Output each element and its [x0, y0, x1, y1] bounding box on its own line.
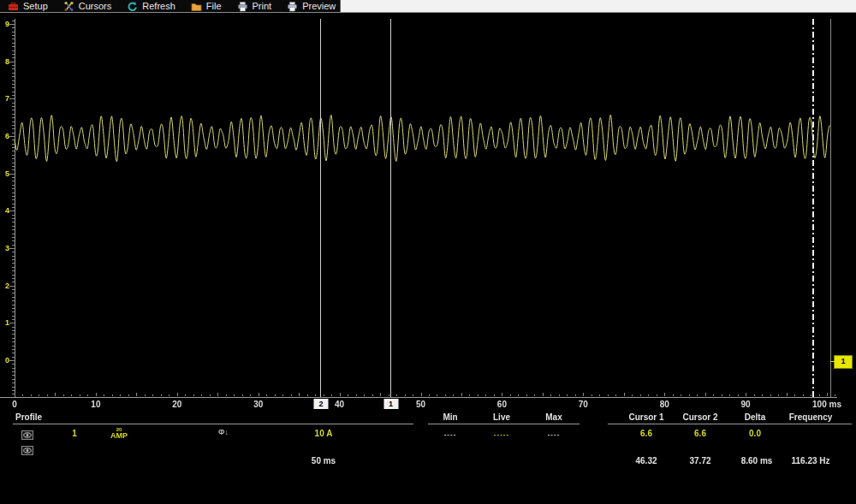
print-icon	[237, 1, 248, 12]
cursor-1-handle[interactable]: 1	[383, 399, 398, 409]
timebase-value: 50 ms	[312, 456, 336, 465]
x-axis-tick-label: 0	[12, 400, 17, 409]
refresh-icon	[127, 1, 138, 12]
cursor2-header: Cursor 2	[682, 412, 717, 422]
x-axis-tick-label: 60	[497, 400, 507, 409]
y-axis-tick-label: 0	[0, 356, 9, 365]
max-value: ----	[548, 430, 561, 438]
x-axis-tick-label: 90	[741, 400, 751, 409]
transport-bar: 00:02:057 x2	[0, 469, 856, 504]
live-value: -----	[494, 430, 509, 438]
y-axis-tick-label: 4	[0, 206, 9, 215]
cursors-button-label: Cursors	[79, 0, 112, 12]
x-axis-tick-label: 70	[579, 400, 588, 409]
setup-icon	[8, 1, 19, 12]
y-axis-tick-label: 2	[0, 282, 9, 290]
print-preview-icon	[287, 1, 298, 12]
channel-scale-value: 10 A	[315, 429, 333, 438]
cursor1-time-value: 46.32	[635, 456, 657, 465]
delta-header: Delta	[745, 412, 765, 422]
waveform-plot	[0, 0, 856, 504]
cursor2-time-value: 37.72	[689, 456, 710, 465]
x-axis-tick-label: 20	[172, 400, 181, 409]
x-axis-tick-label: 80	[660, 400, 669, 409]
channel-2-visibility-icon[interactable]	[21, 443, 33, 453]
cursor-1-line[interactable]	[390, 19, 391, 397]
refresh-button-label: Refresh	[142, 0, 175, 12]
channel-1-visibility-icon[interactable]	[21, 428, 33, 437]
x-axis-tick-label: 30	[253, 400, 263, 409]
x-axis-tick-label: 50	[416, 400, 425, 409]
probe-badge-bottom: AMP	[110, 432, 128, 439]
print-button[interactable]: Print	[229, 0, 280, 12]
divider	[428, 424, 580, 424]
frequency-value: 116.23 Hz	[791, 456, 829, 465]
top-ruler	[0, 13, 856, 19]
y-axis-tick-label: 7	[0, 94, 9, 103]
delta-live-value: 0.0	[749, 429, 761, 438]
frequency-header: Frequency	[789, 412, 833, 422]
channel-number: 1	[72, 429, 77, 438]
profile-header: Profile	[15, 412, 42, 422]
max-header: Max	[545, 412, 562, 422]
cursor-2-handle[interactable]: 2	[313, 399, 328, 409]
y-axis-tick-label: 5	[0, 169, 9, 178]
phase-invert-icon[interactable]: Φ↓	[218, 428, 229, 436]
setup-button-label: Setup	[23, 0, 48, 12]
probe-type-badge: 20 AMP	[110, 427, 128, 439]
delta-time-value: 8.60 ms	[741, 456, 773, 465]
y-axis-tick-label: 8	[0, 57, 9, 66]
cursor2-live-value: 6.6	[694, 429, 706, 438]
min-header: Min	[443, 412, 457, 422]
live-header: Live	[493, 412, 510, 422]
print-button-label: Print	[253, 0, 272, 12]
cursors-button[interactable]: Cursors	[56, 0, 120, 12]
file-button[interactable]: File	[183, 0, 229, 12]
min-value: ----	[444, 430, 457, 438]
x-axis-tick-label: 40	[335, 400, 344, 409]
channel-1-level-tag[interactable]: 1	[834, 355, 853, 369]
file-button-label: File	[206, 0, 222, 12]
cursor1-live-value: 6.6	[640, 429, 652, 438]
setup-button[interactable]: Setup	[0, 0, 56, 12]
divider	[13, 424, 413, 424]
refresh-button[interactable]: Refresh	[119, 0, 183, 12]
toolbar-button-strip: Setup Cursors Refresh File	[0, 0, 341, 12]
preview-button-label: Preview	[302, 0, 336, 12]
y-axis-tick-label: 1	[0, 318, 9, 327]
cursors-icon	[63, 1, 74, 12]
preview-button[interactable]: Preview	[279, 0, 343, 12]
y-axis-tick-label: 3	[0, 244, 9, 252]
divider	[608, 424, 852, 424]
cursor-2-line[interactable]	[320, 19, 321, 397]
x-axis-end-label: 100 ms	[812, 400, 841, 409]
x-axis-tick-label: 10	[91, 400, 100, 409]
y-axis-tick-label: 6	[0, 132, 9, 140]
cursor1-header: Cursor 1	[628, 412, 663, 422]
trigger-marker-line[interactable]	[812, 19, 814, 397]
scope-app-window: Setup Cursors Refresh File	[0, 0, 856, 504]
file-folder-icon	[191, 1, 202, 12]
toolbar: Setup Cursors Refresh File	[0, 0, 856, 13]
y-axis-tick-label: 9	[0, 20, 9, 28]
